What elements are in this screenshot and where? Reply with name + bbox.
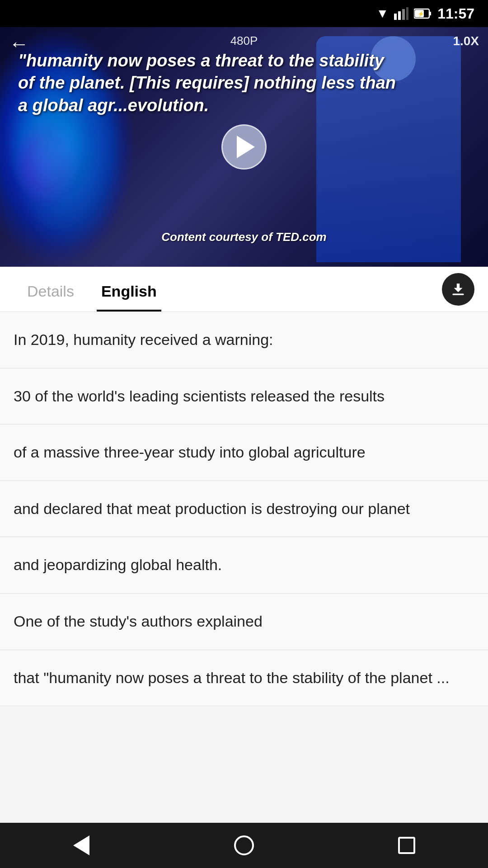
transcript-line-3: of a massive three-year study into globa… xyxy=(0,425,488,481)
transcript-line-7: that "humanity now poses a threat to the… xyxy=(0,650,488,707)
signal-icon xyxy=(394,7,408,20)
wifi-icon: ▼ xyxy=(376,6,389,21)
tab-english[interactable]: English xyxy=(88,267,170,311)
svg-rect-8 xyxy=(452,293,464,295)
video-player[interactable]: "humanity now poses a threat to the stab… xyxy=(0,27,488,267)
nav-recent-icon xyxy=(398,837,415,854)
nav-back-button[interactable] xyxy=(63,827,99,863)
play-button[interactable] xyxy=(221,124,267,170)
video-speed-label: 1.0X xyxy=(453,34,479,48)
status-icons: ▼ ⚡ 11:57 xyxy=(376,5,474,22)
transcript-list: In 2019, humanity received a warning: 30… xyxy=(0,312,488,706)
download-icon xyxy=(450,281,467,298)
svg-rect-0 xyxy=(394,14,397,20)
video-quality-label: 480P xyxy=(230,34,258,48)
tabs-bar: Details English xyxy=(0,267,488,312)
nav-recent-button[interactable] xyxy=(389,827,425,863)
back-button[interactable]: ← xyxy=(9,34,29,54)
svg-text:⚡: ⚡ xyxy=(418,10,424,17)
video-watermark: Content courtesy of TED.com xyxy=(161,230,326,244)
battery-icon: ⚡ xyxy=(414,7,432,20)
transcript-line-2: 30 of the world's leading scientists rel… xyxy=(0,368,488,425)
svg-rect-5 xyxy=(429,12,431,15)
bg-shape-purple xyxy=(14,118,81,208)
svg-rect-1 xyxy=(398,11,401,20)
status-time: 11:57 xyxy=(437,5,474,22)
play-triangle-icon xyxy=(237,136,255,158)
transcript-line-6: One of the study's authors explained xyxy=(0,594,488,650)
nav-back-icon xyxy=(73,835,89,855)
svg-rect-3 xyxy=(406,7,408,20)
bottom-nav xyxy=(0,823,488,868)
transcript-line-5: and jeopardizing global health. xyxy=(0,537,488,594)
nav-home-icon xyxy=(234,835,254,855)
svg-rect-2 xyxy=(402,9,405,20)
nav-home-button[interactable] xyxy=(226,827,262,863)
transcript-line-1: In 2019, humanity received a warning: xyxy=(0,312,488,368)
tab-details[interactable]: Details xyxy=(14,267,88,311)
status-bar: ▼ ⚡ 11:57 xyxy=(0,0,488,27)
transcript-line-4: and declared that meat production is des… xyxy=(0,481,488,538)
download-button[interactable] xyxy=(442,273,474,306)
video-text-overlay: "humanity now poses a threat to the stab… xyxy=(0,41,488,126)
